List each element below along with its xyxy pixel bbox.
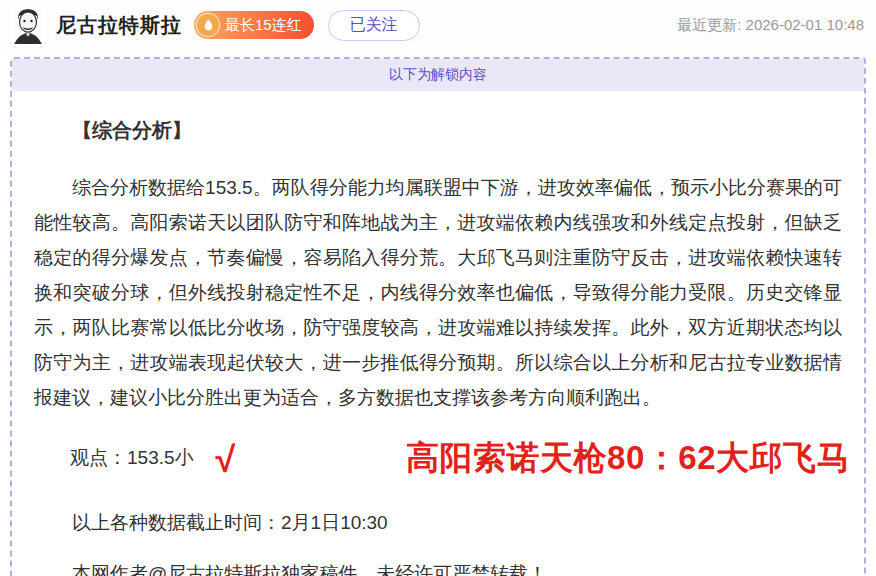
- red-checkmark-icon: √: [216, 442, 236, 478]
- streak-badge-label: 最长15连红: [225, 16, 302, 35]
- tesla-portrait-icon: [10, 6, 46, 44]
- article-content: 【综合分析】 综合分析数据给153.5。两队得分能力均属联盟中下游，进攻效率偏低…: [12, 91, 864, 576]
- unlock-banner: 以下为解锁内容: [12, 59, 864, 91]
- author-name: 尼古拉特斯拉: [56, 12, 182, 39]
- final-score-highlight: 高阳索诺天枪80：62大邱飞马: [406, 436, 850, 481]
- data-cutoff-line: 以上各种数据截止时间：2月1日10:30: [34, 505, 842, 540]
- copyright-line: 本网作者@尼古拉特斯拉独家稿件，未经许可严禁转载！: [34, 556, 842, 576]
- section-title: 【综合分析】: [34, 117, 842, 144]
- analysis-paragraph: 综合分析数据给153.5。两队得分能力均属联盟中下游，进攻效率偏低，预示小比分赛…: [34, 170, 842, 415]
- viewpoint-text: 观点：153.5小: [70, 445, 194, 471]
- author-header: 尼古拉特斯拉 最长15连红 已关注 最近更新: 2026-02-01 10:48: [0, 0, 876, 50]
- author-avatar[interactable]: [10, 6, 46, 44]
- follow-button[interactable]: 已关注: [328, 10, 420, 41]
- unlocked-content-box: 以下为解锁内容 【综合分析】 综合分析数据给153.5。两队得分能力均属联盟中下…: [10, 57, 866, 576]
- flame-icon: [197, 14, 219, 36]
- viewpoint-row: 观点：153.5小 √ 高阳索诺天枪80：62大邱飞马: [34, 437, 842, 479]
- streak-badge: 最长15连红: [194, 11, 314, 39]
- last-update-time: 最近更新: 2026-02-01 10:48: [677, 16, 866, 35]
